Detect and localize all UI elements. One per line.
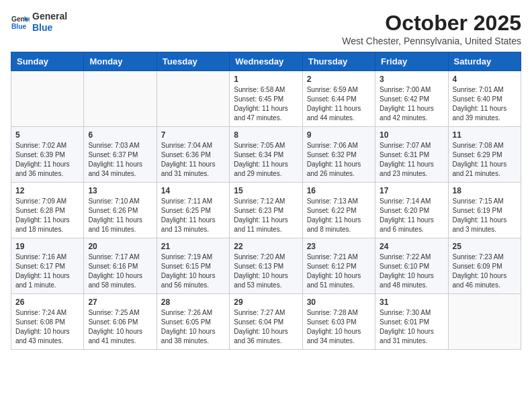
day-number: 24 — [380, 242, 443, 251]
day-info: Sunrise: 7:14 AM Sunset: 6:20 PM Dayligh… — [380, 197, 443, 234]
day-info: Sunrise: 7:21 AM Sunset: 6:12 PM Dayligh… — [307, 253, 371, 290]
day-info: Sunrise: 7:01 AM Sunset: 6:40 PM Dayligh… — [453, 85, 517, 123]
day-number: 29 — [234, 298, 298, 307]
day-info: Sunrise: 7:04 AM Sunset: 6:36 PM Dayligh… — [161, 141, 225, 179]
day-info: Sunrise: 7:24 AM Sunset: 6:08 PM Dayligh… — [15, 308, 79, 346]
day-number: 7 — [161, 130, 225, 140]
day-number: 10 — [380, 130, 443, 140]
day-number: 28 — [161, 298, 225, 307]
day-cell: 12Sunrise: 7:09 AM Sunset: 6:28 PM Dayli… — [11, 183, 84, 238]
header-friday: Friday — [375, 52, 448, 71]
day-number: 9 — [307, 130, 371, 140]
header-thursday: Thursday — [302, 52, 375, 71]
calendar-header-row: SundayMondayTuesdayWednesdayThursdayFrid… — [11, 52, 521, 71]
day-cell: 31Sunrise: 7:30 AM Sunset: 6:01 PM Dayli… — [375, 294, 448, 350]
day-info: Sunrise: 7:19 AM Sunset: 6:15 PM Dayligh… — [161, 253, 225, 290]
week-row-2: 5Sunrise: 7:02 AM Sunset: 6:39 PM Daylig… — [11, 127, 521, 183]
day-number: 4 — [453, 75, 517, 84]
header-wednesday: Wednesday — [230, 52, 302, 71]
day-info: Sunrise: 7:05 AM Sunset: 6:34 PM Dayligh… — [234, 141, 298, 179]
day-cell: 4Sunrise: 7:01 AM Sunset: 6:40 PM Daylig… — [448, 71, 521, 127]
day-info: Sunrise: 6:58 AM Sunset: 6:45 PM Dayligh… — [234, 85, 298, 123]
day-cell: 8Sunrise: 7:05 AM Sunset: 6:34 PM Daylig… — [230, 127, 302, 183]
day-info: Sunrise: 7:26 AM Sunset: 6:05 PM Dayligh… — [161, 308, 225, 346]
day-cell: 11Sunrise: 7:08 AM Sunset: 6:29 PM Dayli… — [448, 127, 521, 183]
day-cell — [11, 71, 84, 127]
day-number: 8 — [234, 130, 298, 140]
day-cell — [157, 71, 229, 127]
day-info: Sunrise: 7:22 AM Sunset: 6:10 PM Dayligh… — [380, 253, 443, 290]
day-info: Sunrise: 7:09 AM Sunset: 6:28 PM Dayligh… — [15, 197, 79, 234]
day-info: Sunrise: 7:28 AM Sunset: 6:03 PM Dayligh… — [307, 308, 371, 346]
day-info: Sunrise: 7:23 AM Sunset: 6:09 PM Dayligh… — [453, 253, 517, 290]
day-info: Sunrise: 7:00 AM Sunset: 6:42 PM Dayligh… — [380, 85, 443, 123]
day-number: 5 — [15, 130, 79, 140]
day-cell: 16Sunrise: 7:13 AM Sunset: 6:22 PM Dayli… — [302, 183, 375, 238]
day-number: 18 — [453, 186, 517, 195]
day-cell: 14Sunrise: 7:11 AM Sunset: 6:25 PM Dayli… — [157, 183, 229, 238]
day-number: 27 — [88, 298, 152, 307]
day-info: Sunrise: 6:59 AM Sunset: 6:44 PM Dayligh… — [307, 85, 371, 123]
day-cell: 10Sunrise: 7:07 AM Sunset: 6:31 PM Dayli… — [375, 127, 448, 183]
day-cell: 6Sunrise: 7:03 AM Sunset: 6:37 PM Daylig… — [84, 127, 157, 183]
day-info: Sunrise: 7:08 AM Sunset: 6:29 PM Dayligh… — [453, 141, 517, 179]
logo-line1: General — [32, 11, 67, 22]
day-number: 1 — [234, 75, 298, 84]
day-number: 2 — [307, 75, 371, 84]
day-info: Sunrise: 7:16 AM Sunset: 6:17 PM Dayligh… — [15, 253, 79, 290]
week-row-3: 12Sunrise: 7:09 AM Sunset: 6:28 PM Dayli… — [11, 183, 521, 238]
day-info: Sunrise: 7:15 AM Sunset: 6:19 PM Dayligh… — [453, 197, 517, 234]
day-cell — [84, 71, 157, 127]
logo-line2: Blue — [32, 22, 67, 34]
day-number: 13 — [88, 186, 152, 195]
day-cell: 30Sunrise: 7:28 AM Sunset: 6:03 PM Dayli… — [302, 294, 375, 350]
day-number: 15 — [234, 186, 298, 195]
week-row-1: 1Sunrise: 6:58 AM Sunset: 6:45 PM Daylig… — [11, 71, 521, 127]
day-cell: 13Sunrise: 7:10 AM Sunset: 6:26 PM Dayli… — [84, 183, 157, 238]
day-cell: 5Sunrise: 7:02 AM Sunset: 6:39 PM Daylig… — [11, 127, 84, 183]
title-area: October 2025 West Chester, Pennsylvania,… — [342, 11, 521, 46]
day-info: Sunrise: 7:10 AM Sunset: 6:26 PM Dayligh… — [88, 197, 152, 234]
week-row-4: 19Sunrise: 7:16 AM Sunset: 6:17 PM Dayli… — [11, 238, 521, 294]
day-cell: 2Sunrise: 6:59 AM Sunset: 6:44 PM Daylig… — [302, 71, 375, 127]
day-info: Sunrise: 7:17 AM Sunset: 6:16 PM Dayligh… — [88, 253, 152, 290]
day-number: 22 — [234, 242, 298, 251]
day-cell: 19Sunrise: 7:16 AM Sunset: 6:17 PM Dayli… — [11, 238, 84, 294]
day-number: 11 — [453, 130, 517, 140]
day-cell: 20Sunrise: 7:17 AM Sunset: 6:16 PM Dayli… — [84, 238, 157, 294]
day-info: Sunrise: 7:27 AM Sunset: 6:04 PM Dayligh… — [234, 308, 298, 346]
day-number: 14 — [161, 186, 225, 195]
calendar-subtitle: West Chester, Pennsylvania, United State… — [342, 36, 521, 46]
day-info: Sunrise: 7:03 AM Sunset: 6:37 PM Dayligh… — [88, 141, 152, 179]
day-number: 25 — [453, 242, 517, 251]
week-row-5: 26Sunrise: 7:24 AM Sunset: 6:08 PM Dayli… — [11, 294, 521, 350]
day-info: Sunrise: 7:07 AM Sunset: 6:31 PM Dayligh… — [380, 141, 443, 179]
day-number: 20 — [88, 242, 152, 251]
day-info: Sunrise: 7:02 AM Sunset: 6:39 PM Dayligh… — [15, 141, 79, 179]
day-number: 23 — [307, 242, 371, 251]
calendar-table: SundayMondayTuesdayWednesdayThursdayFrid… — [11, 52, 521, 350]
day-number: 16 — [307, 186, 371, 195]
day-cell — [448, 294, 521, 350]
day-info: Sunrise: 7:12 AM Sunset: 6:23 PM Dayligh… — [234, 197, 298, 234]
day-number: 6 — [88, 130, 152, 140]
day-cell: 9Sunrise: 7:06 AM Sunset: 6:32 PM Daylig… — [302, 127, 375, 183]
header-monday: Monday — [84, 52, 157, 71]
svg-text:Blue: Blue — [11, 23, 27, 30]
day-number: 17 — [380, 186, 443, 195]
logo: General Blue General Blue — [11, 11, 67, 34]
day-cell: 29Sunrise: 7:27 AM Sunset: 6:04 PM Dayli… — [230, 294, 302, 350]
day-cell: 22Sunrise: 7:20 AM Sunset: 6:13 PM Dayli… — [230, 238, 302, 294]
day-number: 12 — [15, 186, 79, 195]
header-sunday: Sunday — [11, 52, 84, 71]
day-number: 31 — [380, 298, 443, 307]
day-cell: 28Sunrise: 7:26 AM Sunset: 6:05 PM Dayli… — [157, 294, 229, 350]
day-info: Sunrise: 7:25 AM Sunset: 6:06 PM Dayligh… — [88, 308, 152, 346]
day-info: Sunrise: 7:06 AM Sunset: 6:32 PM Dayligh… — [307, 141, 371, 179]
day-cell: 25Sunrise: 7:23 AM Sunset: 6:09 PM Dayli… — [448, 238, 521, 294]
day-number: 19 — [15, 242, 79, 251]
calendar-title: October 2025 — [342, 11, 521, 36]
logo-icon: General Blue — [11, 13, 30, 32]
header-saturday: Saturday — [448, 52, 521, 71]
day-cell: 21Sunrise: 7:19 AM Sunset: 6:15 PM Dayli… — [157, 238, 229, 294]
